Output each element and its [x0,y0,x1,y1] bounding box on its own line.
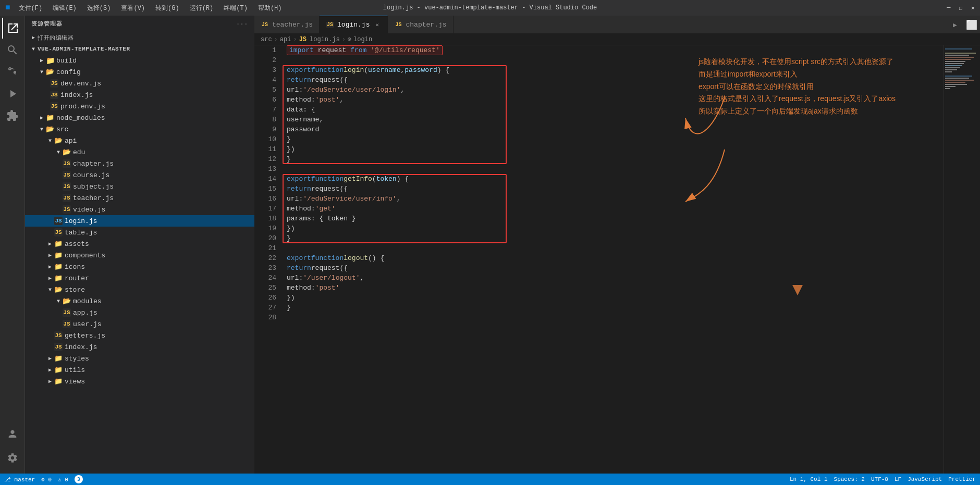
tree-item-teacher[interactable]: JS teacher.js [25,192,254,204]
table-icon: JS [54,228,63,237]
tree-item-components[interactable]: ▶ 📁 components [25,250,254,261]
menu-view[interactable]: 查看(V) [117,3,149,14]
tree-item-getters[interactable]: JS getters.js [25,330,254,341]
dev-env-label: dev.env.js [60,80,101,88]
tab-teacher[interactable]: JS teacher.js [254,16,320,33]
menu-file[interactable]: 文件(F) [15,3,47,14]
root-folder[interactable]: ▼ VUE-ADMIN-TEMPLATE-MASTER [25,43,254,55]
teacher-label: teacher.js [73,194,114,202]
breadcrumb-sep2: › [293,36,297,43]
dev-env-icon: JS [50,79,58,88]
utils-folder-icon: 📁 [54,366,63,374]
tree-item-icons[interactable]: ▶ 📁 icons [25,261,254,272]
menu-help[interactable]: 帮助(H) [254,3,286,14]
open-editors-section[interactable]: ▶ 打开的编辑器 [25,32,254,43]
status-encoding[interactable]: UTF-8 [871,476,888,482]
open-editors-label: 打开的编辑器 [38,34,74,42]
activity-search[interactable] [2,40,23,60]
src-arrow: ▼ [38,125,46,133]
index-config-label: index.js [60,91,93,99]
status-eol[interactable]: LF [895,476,901,482]
chapter-tab-icon: JS [394,22,402,28]
status-errors[interactable]: ⊗ 0 [41,476,52,483]
tree-item-user[interactable]: JS user.js [25,318,254,330]
activity-extensions[interactable] [2,105,23,126]
maximize-button[interactable]: ☐ [959,4,963,12]
sidebar-more-icon[interactable]: ··· [236,21,248,27]
activity-run-debug[interactable] [2,83,23,104]
line-numbers: 1 2 3 4 5 6 7 8 9 10 11 12 13 14 15 16 1 [254,45,280,474]
status-warnings[interactable]: ⚠ 0 [58,476,68,483]
menu-edit[interactable]: 编辑(E) [48,3,81,14]
login-tab-close[interactable]: ✕ [373,21,381,29]
activity-source-control[interactable] [2,61,23,82]
prod-env-icon: JS [50,102,58,110]
tree-item-edu[interactable]: ▼ 📂 edu [25,146,254,158]
tree-item-course[interactable]: JS course.js [25,169,254,181]
breadcrumb-src[interactable]: src [261,36,272,43]
tab-chapter[interactable]: JS chapter.js [388,16,453,33]
getters-label: getters.js [65,332,105,340]
status-branch[interactable]: ⎇ master [4,476,35,483]
tree-item-assets[interactable]: ▶ 📁 assets [25,238,254,250]
title-bar: ■ 文件(F) 编辑(E) 选择(S) 查看(V) 转到(G) 运行(R) 终端… [0,0,980,16]
tree-item-views[interactable]: ▶ 📁 views [25,376,254,387]
activity-account[interactable] [2,424,23,444]
tree-item-index-config[interactable]: JS index.js [25,89,254,101]
tree-item-prod-env[interactable]: JS prod.env.js [25,101,254,112]
code-line-20: } [287,233,683,243]
tabs-spacer [454,16,947,33]
svg-marker-2 [792,285,803,295]
user-label: user.js [73,320,102,328]
activity-settings[interactable] [2,447,23,468]
tree-item-modules[interactable]: ▼ 📂 modules [25,295,254,307]
tree-item-styles[interactable]: ▶ 📁 styles [25,353,254,364]
tree-item-build[interactable]: ▶ 📁 build [25,55,254,66]
tree-item-src[interactable]: ▼ 📂 src [25,123,254,135]
tree-item-utils[interactable]: ▶ 📁 utils [25,364,254,376]
store-index-icon: JS [54,343,63,351]
tree-item-dev-env[interactable]: JS dev.env.js [25,78,254,89]
menu-goto[interactable]: 转到(G) [151,3,183,14]
sidebar-header-icons: ··· [236,21,248,27]
code-content[interactable]: import request from '@/utils/request' ex… [280,45,683,474]
title-bar-controls[interactable]: — ☐ ✕ [947,4,975,12]
menu-run[interactable]: 运行(R) [186,3,218,14]
user-icon: JS [63,320,71,328]
breadcrumb-loginjs[interactable]: login.js [310,36,340,43]
tree-item-video[interactable]: JS video.js [25,204,254,215]
code-line-25: method: 'post' [287,283,683,293]
store-label: store [65,286,85,294]
menu-select[interactable]: 选择(S) [83,3,115,14]
menu-terminal[interactable]: 终端(T) [219,3,252,14]
status-language[interactable]: JavaScript [908,476,942,482]
activity-explorer[interactable] [2,18,23,39]
router-label: router [65,275,89,282]
code-line-23: return request({ [287,263,683,273]
build-folder-icon: 📁 [46,56,54,65]
tree-item-subject[interactable]: JS subject.js [25,181,254,192]
vscode-icon: ■ [5,3,10,13]
tree-item-chapter[interactable]: JS chapter.js [25,158,254,169]
minimize-button[interactable]: — [947,4,950,12]
split-editor-button[interactable]: ⬜ [963,16,980,34]
tree-item-login[interactable]: JS login.js [25,215,254,227]
components-arrow: ▶ [46,251,54,259]
status-position[interactable]: Ln 1, Col 1 [790,476,828,482]
tree-item-table[interactable]: JS table.js [25,227,254,238]
code-line-11: }) [287,144,683,154]
status-formatter[interactable]: Prettier [948,476,976,482]
tree-item-app[interactable]: JS app.js [25,307,254,318]
tree-item-store[interactable]: ▼ 📂 store [25,284,254,295]
tab-login[interactable]: JS login.js ✕ [320,16,388,33]
tree-item-store-index[interactable]: JS index.js [25,341,254,353]
run-button[interactable]: ▶ [947,16,963,34]
tree-item-config[interactable]: ▼ 📂 config [25,66,254,78]
tree-item-api[interactable]: ▼ 📂 api [25,135,254,146]
tree-item-node-modules[interactable]: ▶ 📁 node_modules [25,112,254,123]
breadcrumb-login-fn[interactable]: login [353,36,372,43]
status-spaces[interactable]: Spaces: 2 [834,476,865,482]
close-button[interactable]: ✕ [971,4,975,12]
breadcrumb-api[interactable]: api [280,36,291,43]
tree-item-router[interactable]: ▶ 📁 router [25,272,254,284]
